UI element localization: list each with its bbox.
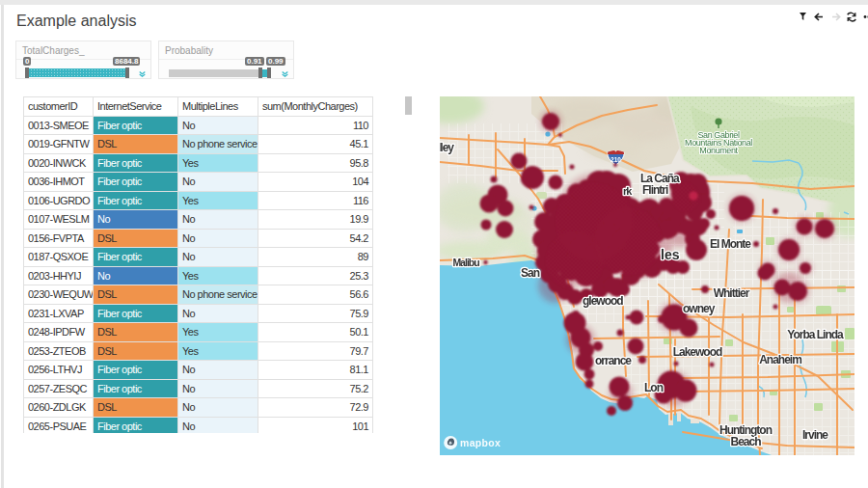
- svg-text:Monument: Monument: [699, 146, 738, 155]
- svg-text:Lakewood: Lakewood: [673, 345, 722, 359]
- svg-text:El Monte: El Monte: [710, 237, 751, 251]
- svg-text:Lon: Lon: [644, 381, 664, 394]
- svg-text:les: les: [661, 247, 680, 262]
- svg-text:Anaheim: Anaheim: [759, 353, 801, 366]
- svg-text:Irvine: Irvine: [802, 428, 828, 442]
- svg-text:Beach: Beach: [730, 435, 761, 448]
- svg-text:glewood: glewood: [583, 294, 623, 308]
- svg-text:Malibu: Malibu: [452, 257, 479, 268]
- svg-text:San: San: [521, 266, 540, 280]
- svg-text:Flintri: Flintri: [642, 183, 668, 197]
- svg-text:Yorba Linda: Yorba Linda: [787, 328, 844, 341]
- svg-text:owney: owney: [683, 302, 716, 315]
- svg-text:orrance: orrance: [595, 354, 632, 367]
- svg-text:Whittier: Whittier: [714, 286, 750, 300]
- svg-text:mapbox: mapbox: [460, 437, 501, 448]
- svg-text:210: 210: [610, 156, 621, 163]
- svg-text:Valley: Valley: [440, 141, 454, 154]
